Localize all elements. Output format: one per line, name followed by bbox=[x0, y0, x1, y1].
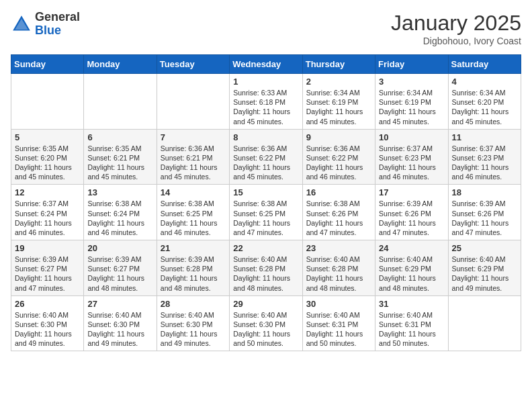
day-number: 31 bbox=[379, 299, 444, 309]
day-number: 3 bbox=[379, 77, 444, 87]
week-row-4: 26Sunrise: 6:40 AM Sunset: 6:30 PM Dayli… bbox=[11, 295, 521, 351]
weekday-header-tuesday: Tuesday bbox=[157, 55, 229, 74]
day-info: Sunrise: 6:33 AM Sunset: 6:18 PM Dayligh… bbox=[233, 88, 298, 126]
calendar-cell: 21Sunrise: 6:39 AM Sunset: 6:28 PM Dayli… bbox=[157, 240, 229, 296]
day-number: 9 bbox=[306, 132, 371, 142]
day-info: Sunrise: 6:38 AM Sunset: 6:26 PM Dayligh… bbox=[306, 199, 371, 237]
day-info: Sunrise: 6:34 AM Sunset: 6:19 PM Dayligh… bbox=[306, 88, 371, 126]
calendar-cell: 26Sunrise: 6:40 AM Sunset: 6:30 PM Dayli… bbox=[11, 295, 84, 351]
calendar-cell: 31Sunrise: 6:40 AM Sunset: 6:31 PM Dayli… bbox=[375, 295, 448, 351]
weekday-header-thursday: Thursday bbox=[302, 55, 375, 74]
week-row-1: 5Sunrise: 6:35 AM Sunset: 6:20 PM Daylig… bbox=[11, 129, 521, 185]
week-row-0: 1Sunrise: 6:33 AM Sunset: 6:18 PM Daylig… bbox=[11, 74, 521, 130]
day-number: 4 bbox=[452, 77, 517, 87]
day-number: 12 bbox=[15, 187, 80, 197]
day-number: 14 bbox=[161, 187, 226, 197]
day-number: 28 bbox=[161, 299, 226, 309]
calendar-cell: 25Sunrise: 6:40 AM Sunset: 6:29 PM Dayli… bbox=[448, 240, 521, 296]
day-number: 25 bbox=[452, 243, 517, 253]
day-info: Sunrise: 6:40 AM Sunset: 6:30 PM Dayligh… bbox=[87, 310, 152, 349]
day-info: Sunrise: 6:34 AM Sunset: 6:19 PM Dayligh… bbox=[379, 88, 444, 126]
day-info: Sunrise: 6:37 AM Sunset: 6:23 PM Dayligh… bbox=[379, 144, 444, 182]
day-info: Sunrise: 6:40 AM Sunset: 6:31 PM Dayligh… bbox=[306, 310, 371, 349]
day-info: Sunrise: 6:36 AM Sunset: 6:21 PM Dayligh… bbox=[161, 144, 226, 182]
calendar-cell: 19Sunrise: 6:39 AM Sunset: 6:27 PM Dayli… bbox=[11, 240, 84, 296]
day-info: Sunrise: 6:39 AM Sunset: 6:27 PM Dayligh… bbox=[87, 255, 152, 293]
day-number: 27 bbox=[87, 299, 152, 309]
weekday-header-friday: Friday bbox=[375, 55, 448, 74]
calendar-cell: 22Sunrise: 6:40 AM Sunset: 6:28 PM Dayli… bbox=[230, 240, 302, 296]
calendar-cell: 24Sunrise: 6:40 AM Sunset: 6:29 PM Dayli… bbox=[375, 240, 448, 296]
day-info: Sunrise: 6:37 AM Sunset: 6:23 PM Dayligh… bbox=[452, 144, 517, 182]
calendar-cell: 17Sunrise: 6:39 AM Sunset: 6:26 PM Dayli… bbox=[375, 185, 448, 240]
calendar-cell: 14Sunrise: 6:38 AM Sunset: 6:25 PM Dayli… bbox=[157, 185, 229, 240]
day-info: Sunrise: 6:35 AM Sunset: 6:21 PM Dayligh… bbox=[87, 144, 152, 182]
calendar-cell: 12Sunrise: 6:37 AM Sunset: 6:24 PM Dayli… bbox=[11, 185, 84, 240]
day-number: 18 bbox=[452, 187, 517, 197]
calendar-cell: 16Sunrise: 6:38 AM Sunset: 6:26 PM Dayli… bbox=[302, 185, 375, 240]
day-number: 29 bbox=[233, 299, 298, 309]
calendar-cell: 30Sunrise: 6:40 AM Sunset: 6:31 PM Dayli… bbox=[302, 295, 375, 351]
calendar-cell: 29Sunrise: 6:40 AM Sunset: 6:30 PM Dayli… bbox=[230, 295, 302, 351]
day-info: Sunrise: 6:39 AM Sunset: 6:26 PM Dayligh… bbox=[452, 199, 517, 237]
day-number: 10 bbox=[379, 132, 444, 142]
logo-icon bbox=[11, 13, 32, 35]
day-number: 20 bbox=[87, 243, 152, 253]
day-number: 8 bbox=[233, 132, 298, 142]
day-info: Sunrise: 6:40 AM Sunset: 6:29 PM Dayligh… bbox=[452, 255, 517, 293]
calendar-cell bbox=[84, 74, 157, 130]
weekday-header-wednesday: Wednesday bbox=[230, 55, 302, 74]
calendar-cell: 7Sunrise: 6:36 AM Sunset: 6:21 PM Daylig… bbox=[157, 129, 229, 185]
calendar-cell: 3Sunrise: 6:34 AM Sunset: 6:19 PM Daylig… bbox=[375, 74, 448, 130]
calendar-cell: 6Sunrise: 6:35 AM Sunset: 6:21 PM Daylig… bbox=[84, 129, 157, 185]
day-info: Sunrise: 6:36 AM Sunset: 6:22 PM Dayligh… bbox=[233, 144, 298, 182]
calendar-cell: 27Sunrise: 6:40 AM Sunset: 6:30 PM Dayli… bbox=[84, 295, 157, 351]
day-info: Sunrise: 6:39 AM Sunset: 6:28 PM Dayligh… bbox=[161, 255, 226, 293]
calendar-cell bbox=[11, 74, 84, 130]
day-info: Sunrise: 6:38 AM Sunset: 6:25 PM Dayligh… bbox=[233, 199, 298, 237]
day-info: Sunrise: 6:39 AM Sunset: 6:27 PM Dayligh… bbox=[15, 255, 80, 293]
calendar-cell: 1Sunrise: 6:33 AM Sunset: 6:18 PM Daylig… bbox=[230, 74, 302, 130]
calendar-cell bbox=[448, 295, 521, 351]
location-subtitle: Digbohouo, Ivory Coast bbox=[391, 36, 521, 46]
calendar-cell: 20Sunrise: 6:39 AM Sunset: 6:27 PM Dayli… bbox=[84, 240, 157, 296]
calendar-cell bbox=[157, 74, 229, 130]
calendar-cell: 13Sunrise: 6:38 AM Sunset: 6:24 PM Dayli… bbox=[84, 185, 157, 240]
day-number: 15 bbox=[233, 187, 298, 197]
month-title: January 2025 bbox=[391, 11, 521, 36]
day-number: 21 bbox=[161, 243, 226, 253]
day-number: 23 bbox=[306, 243, 371, 253]
day-info: Sunrise: 6:40 AM Sunset: 6:28 PM Dayligh… bbox=[233, 255, 298, 293]
calendar-cell: 5Sunrise: 6:35 AM Sunset: 6:20 PM Daylig… bbox=[11, 129, 84, 185]
logo: General Blue bbox=[11, 11, 80, 38]
day-info: Sunrise: 6:40 AM Sunset: 6:30 PM Dayligh… bbox=[161, 310, 226, 349]
calendar-cell: 28Sunrise: 6:40 AM Sunset: 6:30 PM Dayli… bbox=[157, 295, 229, 351]
calendar-cell: 23Sunrise: 6:40 AM Sunset: 6:28 PM Dayli… bbox=[302, 240, 375, 296]
day-number: 2 bbox=[306, 77, 371, 87]
calendar-cell: 15Sunrise: 6:38 AM Sunset: 6:25 PM Dayli… bbox=[230, 185, 302, 240]
day-number: 22 bbox=[233, 243, 298, 253]
calendar-cell: 2Sunrise: 6:34 AM Sunset: 6:19 PM Daylig… bbox=[302, 74, 375, 130]
day-number: 6 bbox=[87, 132, 152, 142]
day-info: Sunrise: 6:40 AM Sunset: 6:30 PM Dayligh… bbox=[15, 310, 80, 349]
day-number: 17 bbox=[379, 187, 444, 197]
day-number: 16 bbox=[306, 187, 371, 197]
weekday-header-row: SundayMondayTuesdayWednesdayThursdayFrid… bbox=[11, 55, 521, 74]
weekday-header-monday: Monday bbox=[84, 55, 157, 74]
day-info: Sunrise: 6:35 AM Sunset: 6:20 PM Dayligh… bbox=[15, 144, 80, 182]
day-info: Sunrise: 6:39 AM Sunset: 6:26 PM Dayligh… bbox=[379, 199, 444, 237]
calendar-cell: 11Sunrise: 6:37 AM Sunset: 6:23 PM Dayli… bbox=[448, 129, 521, 185]
page-header: General Blue January 2025 Digbohouo, Ivo… bbox=[11, 11, 521, 46]
calendar-cell: 9Sunrise: 6:36 AM Sunset: 6:22 PM Daylig… bbox=[302, 129, 375, 185]
day-info: Sunrise: 6:36 AM Sunset: 6:22 PM Dayligh… bbox=[306, 144, 371, 182]
day-number: 13 bbox=[87, 187, 152, 197]
logo-text: General Blue bbox=[35, 11, 80, 38]
day-info: Sunrise: 6:37 AM Sunset: 6:24 PM Dayligh… bbox=[15, 199, 80, 237]
day-number: 30 bbox=[306, 299, 371, 309]
title-block: January 2025 Digbohouo, Ivory Coast bbox=[391, 11, 521, 46]
calendar-cell: 10Sunrise: 6:37 AM Sunset: 6:23 PM Dayli… bbox=[375, 129, 448, 185]
day-info: Sunrise: 6:40 AM Sunset: 6:31 PM Dayligh… bbox=[379, 310, 444, 349]
day-number: 5 bbox=[15, 132, 80, 142]
week-row-2: 12Sunrise: 6:37 AM Sunset: 6:24 PM Dayli… bbox=[11, 185, 521, 240]
day-number: 24 bbox=[379, 243, 444, 253]
